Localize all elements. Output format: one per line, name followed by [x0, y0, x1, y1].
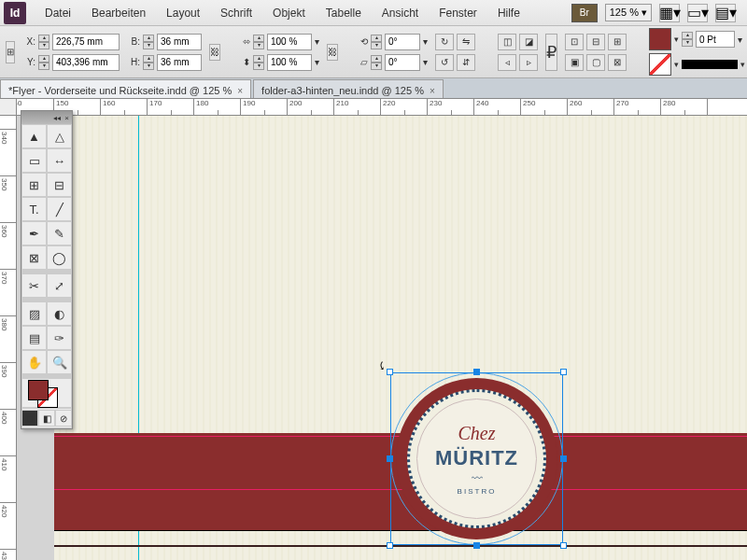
menu-schrift[interactable]: Schrift	[211, 3, 261, 23]
direct-selection-tool[interactable]: △	[47, 124, 72, 148]
ruler-horizontal[interactable]: 1401501601701801902002102202302402502602…	[17, 99, 747, 116]
paragraph-style-icon[interactable]: ₽	[545, 34, 557, 71]
x-field[interactable]	[52, 34, 120, 50]
apply-color-icon[interactable]: ■	[21, 410, 38, 427]
fill-color-swatch[interactable]	[28, 380, 49, 400]
zoom-level-menu[interactable]: 125 % ▾	[605, 4, 652, 21]
selected-object[interactable]: ⤹ Chez MÜRITZ 〰 BISTRO	[390, 372, 563, 545]
stroke-weight-field[interactable]	[696, 31, 735, 48]
h-spinner[interactable]: ▴▾	[143, 55, 154, 70]
handle-sw[interactable]	[387, 542, 393, 549]
zoom-tool[interactable]: 🔍	[47, 350, 72, 374]
y-field[interactable]	[52, 54, 120, 71]
gap-tool[interactable]: ↔	[47, 148, 72, 173]
menu-ansicht[interactable]: Ansicht	[373, 3, 428, 23]
content-placer-tool[interactable]: ⊟	[47, 173, 72, 197]
menu-tabelle[interactable]: Tabelle	[317, 3, 371, 23]
apply-gradient-icon[interactable]: ◧	[38, 410, 55, 427]
ruler-origin[interactable]	[0, 99, 17, 116]
fill-swatch[interactable]	[649, 28, 671, 50]
rotation-field[interactable]	[385, 34, 420, 50]
select-prev-icon[interactable]: ◃	[498, 54, 516, 71]
stroke-style-preview[interactable]	[682, 60, 738, 69]
scale-y-field[interactable]	[267, 54, 312, 71]
doc-tab-folder[interactable]: folder-a3-hinten_neu.indd @ 125 %×	[253, 79, 444, 98]
menu-hilfe[interactable]: Hilfe	[488, 3, 529, 23]
close-tab-icon[interactable]: ×	[237, 86, 243, 96]
bridge-button[interactable]: Br	[571, 4, 598, 22]
handle-s[interactable]	[473, 542, 480, 549]
menu-bar: Id Datei Bearbeiten Layout Schrift Objek…	[0, 0, 747, 26]
handle-w[interactable]	[387, 455, 393, 462]
close-tab-icon[interactable]: ×	[430, 86, 435, 96]
pencil-tool[interactable]: ✎	[47, 221, 72, 245]
center-content-icon[interactable]: ⊞	[608, 34, 627, 50]
auto-fit-icon[interactable]: ⊠	[608, 54, 627, 71]
menu-datei[interactable]: Datei	[35, 3, 80, 23]
reference-point-icon[interactable]: ⊞	[6, 41, 15, 63]
flip-h-icon[interactable]: ⇋	[457, 34, 475, 50]
content-collector-tool[interactable]: ⊞	[21, 173, 47, 197]
gradient-swatch-tool[interactable]: ▨	[21, 301, 47, 326]
rot-spinner[interactable]: ▴▾	[371, 35, 382, 49]
x-spinner[interactable]: ▴▾	[38, 35, 49, 49]
menu-fenster[interactable]: Fenster	[430, 3, 486, 23]
fit-content-icon[interactable]: ⊡	[565, 34, 584, 50]
y-spinner[interactable]: ▴▾	[38, 55, 49, 70]
flip-v-icon[interactable]: ⇵	[457, 54, 475, 71]
w-field[interactable]	[157, 34, 202, 50]
canvas[interactable]: ⤹ Chez MÜRITZ 〰 BISTRO	[17, 116, 747, 560]
scale-x-field[interactable]	[267, 34, 312, 50]
select-next-icon[interactable]: ▹	[519, 54, 538, 71]
select-container-icon[interactable]: ◫	[498, 34, 516, 50]
hand-tool[interactable]: ✋	[21, 350, 47, 374]
ellipse-tool[interactable]: ◯	[47, 245, 72, 270]
line-tool[interactable]: ╱	[47, 197, 72, 221]
free-transform-tool[interactable]: ⤢	[47, 273, 72, 298]
rectangle-frame-tool[interactable]: ⊠	[21, 245, 47, 270]
rotate-cw-icon[interactable]: ↻	[435, 34, 454, 50]
pen-tool[interactable]: ✒	[21, 221, 47, 245]
w-spinner[interactable]: ▴▾	[143, 35, 154, 49]
select-content-icon[interactable]: ◪	[519, 34, 538, 50]
type-tool[interactable]: T.	[21, 197, 47, 221]
menu-bearbeiten[interactable]: Bearbeiten	[82, 3, 155, 23]
ruler-vertical[interactable]: 330340350360370380390400410420430	[0, 116, 17, 560]
arrange-icon[interactable]: ▤▾	[715, 4, 736, 22]
fill-frame-icon[interactable]: ▣	[565, 54, 584, 71]
shear-field[interactable]	[385, 54, 420, 71]
note-tool[interactable]: ▤	[21, 326, 47, 350]
menu-layout[interactable]: Layout	[157, 3, 209, 23]
view-mode-icon[interactable]: ▦▾	[659, 4, 680, 22]
stroke-spinner[interactable]: ▴▾	[682, 32, 693, 47]
handle-e[interactable]	[560, 455, 567, 462]
fit-prop-icon[interactable]: ▢	[586, 54, 605, 71]
shear-spinner[interactable]: ▴▾	[371, 55, 382, 70]
toolbox-panel[interactable]: ◂◂× ▲ △ ▭ ↔ ⊞ ⊟ T. ╱ ✒ ✎ ⊠ ◯ ✂ ⤢ ▨ ◐ ▤ ✑…	[21, 110, 73, 429]
sy-spinner[interactable]: ▴▾	[253, 55, 264, 70]
scissors-tool[interactable]: ✂	[21, 273, 47, 298]
handle-n[interactable]	[473, 369, 480, 375]
gradient-feather-tool[interactable]: ◐	[47, 301, 72, 326]
page-tool[interactable]: ▭	[21, 148, 47, 173]
toolbox-header[interactable]: ◂◂×	[21, 111, 72, 124]
screen-mode-icon[interactable]: ▭▾	[687, 4, 708, 22]
fit-frame-icon[interactable]: ⊟	[586, 34, 605, 50]
handle-nw[interactable]	[387, 369, 393, 375]
handle-se[interactable]	[560, 542, 567, 549]
sx-spinner[interactable]: ▴▾	[253, 35, 264, 49]
constrain-wh-icon[interactable]: ⛓	[209, 44, 220, 61]
menu-objekt[interactable]: Objekt	[263, 3, 315, 23]
apply-color-tools: ■ ◧ ⊘	[21, 408, 72, 428]
eyedropper-tool[interactable]: ✑	[47, 326, 72, 350]
constrain-scale-icon[interactable]: ⛓	[327, 44, 338, 61]
h-field[interactable]	[157, 54, 202, 71]
apply-none-icon[interactable]: ⊘	[55, 410, 72, 427]
rotate-cursor-icon: ⤹	[377, 359, 387, 372]
handle-ne[interactable]	[560, 369, 567, 375]
stroke-swatch[interactable]	[649, 53, 671, 76]
selection-tool[interactable]: ▲	[21, 124, 47, 148]
rotate-ccw-icon[interactable]: ↺	[435, 54, 454, 71]
color-tools[interactable]	[21, 378, 72, 408]
doc-tab-flyer[interactable]: *Flyer - Vorderseite und Rückseite.indd …	[0, 79, 251, 98]
